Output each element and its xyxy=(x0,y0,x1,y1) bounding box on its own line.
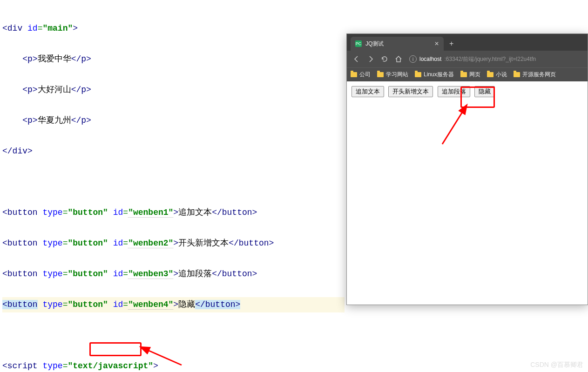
tag-div-open: <div xyxy=(2,24,22,33)
folder-icon xyxy=(514,72,520,77)
home-icon[interactable] xyxy=(392,53,405,65)
annotation-arrow-hide xyxy=(438,102,480,151)
folder-icon xyxy=(377,72,384,77)
folder-icon xyxy=(460,72,467,77)
bookmark-item[interactable]: Linux服务器 xyxy=(415,71,454,79)
bookmark-item[interactable]: 网页 xyxy=(460,71,480,79)
watermark: CSDN @百慕卿君 xyxy=(530,361,583,369)
url-bar[interactable]: i localhost:63342/前端/jquery.html?_ijt=l2… xyxy=(406,55,584,63)
page-button-append-text[interactable]: 追加文本 xyxy=(351,86,384,97)
bookmark-item[interactable]: 开源服务网页 xyxy=(514,71,556,79)
svg-line-1 xyxy=(442,111,463,144)
favicon-icon: PC xyxy=(355,40,362,47)
browser-window: PC JQ测试 ✕ + i localhost:63342/前端/jquery.… xyxy=(346,33,588,305)
code-editor: <div id="main"> <p>我爱中华</p> <p>大好河山</p> … xyxy=(2,6,345,372)
tab-close-icon[interactable]: ✕ xyxy=(434,40,439,47)
page-button-prepend-text[interactable]: 开头新增文本 xyxy=(388,86,433,97)
url-host: localhost xyxy=(419,56,441,62)
new-tab-button[interactable]: + xyxy=(444,37,459,51)
site-info-icon[interactable]: i xyxy=(409,55,417,63)
reload-icon[interactable] xyxy=(378,53,391,65)
folder-icon xyxy=(415,72,421,77)
bookmark-item[interactable]: 小说 xyxy=(487,71,507,79)
folder-icon xyxy=(351,72,357,77)
svg-line-0 xyxy=(147,350,182,365)
annotation-arrow-empty xyxy=(144,344,186,372)
folder-icon xyxy=(487,72,493,77)
forward-icon[interactable] xyxy=(365,53,377,65)
browser-navbar: i localhost:63342/前端/jquery.html?_ijt=l2… xyxy=(347,51,588,67)
bookmark-item[interactable]: 学习网站 xyxy=(377,71,408,79)
bookmarks-bar: 公司 学习网站 Linux服务器 网页 小说 开源服务网页 xyxy=(347,67,588,81)
back-icon[interactable] xyxy=(351,53,363,65)
browser-tab[interactable]: PC JQ测试 ✕ xyxy=(351,37,444,51)
browser-tabbar: PC JQ测试 ✕ + xyxy=(347,34,588,51)
bookmark-item[interactable]: 公司 xyxy=(351,71,371,79)
tab-title: JQ测试 xyxy=(365,40,431,48)
url-rest: :63342/前端/jquery.html?_ijt=l22u4tfn xyxy=(444,55,536,63)
annotation-box-empty-call xyxy=(89,342,142,356)
